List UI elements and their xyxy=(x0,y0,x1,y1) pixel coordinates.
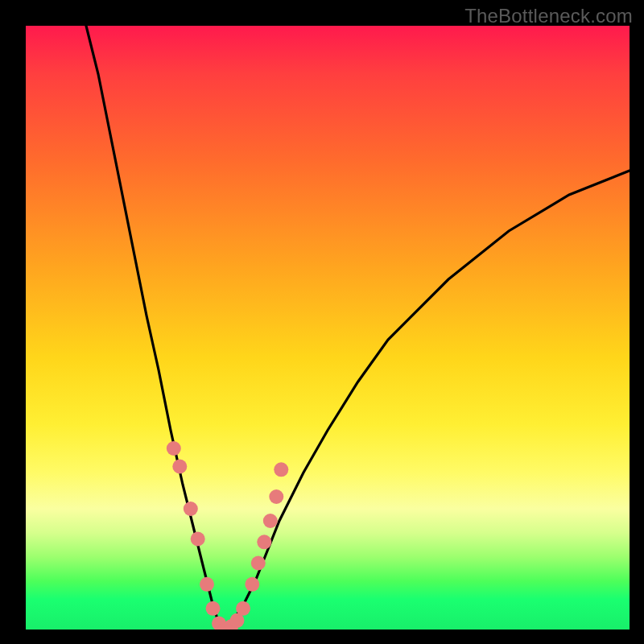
curve-marker xyxy=(245,577,259,592)
curve-marker xyxy=(200,577,214,592)
chart-svg xyxy=(26,26,630,630)
curve-marker xyxy=(167,441,181,456)
outer-frame: TheBottleneck.com xyxy=(0,0,644,644)
curve-marker xyxy=(263,514,278,528)
plot-area xyxy=(26,26,630,630)
curve-marker xyxy=(251,556,266,571)
marker-layer xyxy=(167,441,288,630)
curve-marker xyxy=(184,502,198,516)
curve-marker xyxy=(191,532,205,547)
curve-marker xyxy=(274,462,288,477)
curve-marker xyxy=(257,535,271,549)
bottleneck-curve xyxy=(86,26,630,630)
curve-marker xyxy=(236,601,250,616)
curve-marker xyxy=(269,489,283,504)
curve-marker xyxy=(172,460,187,474)
curve-marker xyxy=(206,601,221,616)
watermark-text: TheBottleneck.com xyxy=(464,5,633,27)
curve-layer xyxy=(86,26,630,630)
